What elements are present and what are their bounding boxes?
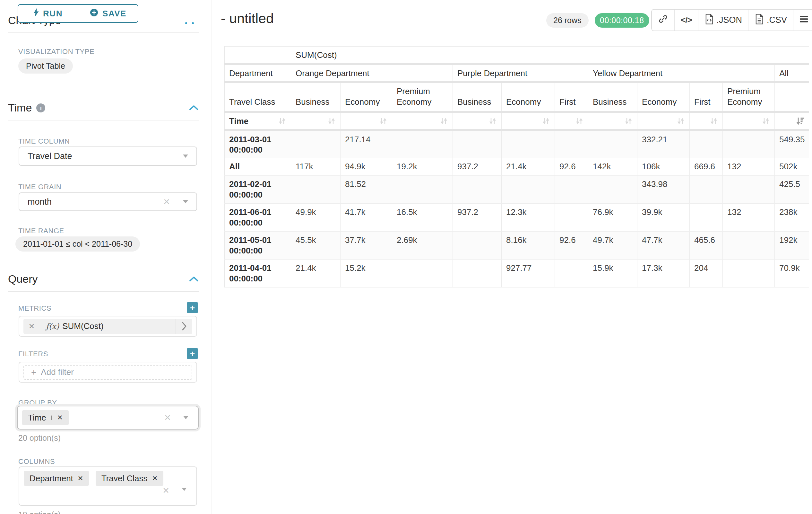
plus-circle-icon: [90, 8, 98, 19]
columns-label: COLUMNS: [18, 457, 55, 466]
sort-header-cell[interactable]: [392, 112, 453, 130]
sort-icon[interactable]: [541, 116, 551, 126]
group-by-select[interactable]: Time i ✕ ✕: [17, 406, 199, 430]
value-cell: 92.6: [555, 158, 588, 176]
sort-icon[interactable]: [761, 116, 771, 126]
columns-select[interactable]: Department ✕ Travel Class ✕ ✕: [19, 466, 197, 506]
remove-chip-icon[interactable]: ✕: [57, 414, 63, 422]
chevron-up-icon[interactable]: [189, 105, 199, 112]
clear-icon[interactable]: ✕: [163, 197, 170, 207]
csv-file-icon: [755, 14, 764, 27]
remove-metric-icon[interactable]: ✕: [23, 319, 40, 334]
panel-gutter: [211, 0, 211, 514]
time-grain-select[interactable]: month ✕: [19, 192, 197, 211]
remove-chip-icon[interactable]: ✕: [152, 475, 157, 482]
function-icon: ƒ(x): [46, 322, 59, 331]
sort-desc-icon[interactable]: [795, 116, 805, 126]
value-cell: [453, 260, 502, 288]
info-icon: i: [51, 413, 53, 422]
add-metric-button[interactable]: +: [187, 302, 198, 313]
save-button[interactable]: SAVE: [78, 5, 138, 22]
run-button[interactable]: RUN: [18, 5, 78, 22]
value-cell: 15.2k: [341, 260, 392, 288]
sort-header-cell[interactable]: [775, 112, 809, 130]
section-divider: [8, 32, 199, 33]
sort-icon[interactable]: [624, 116, 633, 126]
value-cell: 37.7k: [341, 232, 392, 260]
sort-header-cell[interactable]: [723, 112, 775, 130]
json-file-icon: [704, 14, 714, 27]
value-cell: [723, 232, 775, 260]
info-icon: i: [36, 104, 45, 112]
value-cell: 45.5k: [291, 232, 341, 260]
group-by-chip[interactable]: Time i ✕: [22, 410, 69, 425]
columns-chip[interactable]: Department ✕: [24, 471, 89, 486]
sort-header-cell[interactable]: [502, 112, 555, 130]
chart-title[interactable]: - untitled: [221, 10, 274, 26]
sort-header-cell[interactable]: [690, 112, 723, 130]
metric-item[interactable]: ✕ ƒ(x) SUM(Cost): [23, 319, 192, 334]
time-column-select[interactable]: Travel Date: [19, 146, 197, 166]
sort-icon[interactable]: [378, 116, 388, 126]
value-cell: [555, 204, 588, 232]
visualization-type-pill[interactable]: Pivot Table: [18, 58, 73, 74]
clear-icon[interactable]: ✕: [163, 486, 170, 496]
value-cell: [291, 130, 341, 158]
value-cell: 238k: [775, 204, 809, 232]
row-label-cell: 2011-05-01 00:00:00: [225, 232, 291, 260]
view-query-button[interactable]: </>: [674, 10, 698, 30]
export-csv-button[interactable]: .CSV: [748, 10, 793, 30]
pivot-table: SUM(Cost) DepartmentOrange DepartmentPur…: [224, 46, 809, 288]
columns-chip[interactable]: Travel Class ✕: [96, 471, 163, 486]
value-cell: [588, 176, 637, 204]
add-filter-dropzone[interactable]: + Add filter: [23, 365, 192, 380]
value-cell: 47.7k: [637, 232, 690, 260]
sort-header-cell[interactable]: [637, 112, 690, 130]
value-cell: 927.77: [502, 260, 555, 288]
value-cell: [392, 130, 453, 158]
menu-button[interactable]: [793, 10, 812, 30]
value-cell: [690, 176, 723, 204]
share-link-button[interactable]: [652, 10, 674, 30]
sort-header-cell[interactable]: Time: [225, 112, 291, 130]
value-cell: 49.9k: [291, 204, 341, 232]
column-header-cell: [775, 82, 809, 112]
row-count-badge: 26 rows: [546, 13, 589, 28]
time-section-header: Time i: [8, 102, 45, 114]
sort-icon[interactable]: [327, 116, 336, 126]
time-range-pill[interactable]: 2011-01-01 ≤ col < 2011-06-30: [16, 237, 140, 251]
sort-header-cell[interactable]: [588, 112, 637, 130]
code-icon: </>: [681, 15, 692, 25]
sort-icon[interactable]: [575, 116, 584, 126]
sort-icon[interactable]: [676, 116, 686, 126]
chevron-down-icon: [183, 155, 188, 158]
sort-header-cell[interactable]: [555, 112, 588, 130]
sort-header-cell[interactable]: [291, 112, 341, 130]
clear-icon[interactable]: ✕: [164, 413, 171, 423]
sort-icon[interactable]: [488, 116, 497, 126]
lightning-bolt-icon: [33, 8, 39, 19]
chevron-up-icon[interactable]: [189, 276, 199, 283]
chevron-down-icon: [183, 416, 188, 419]
corner-cell: [225, 47, 291, 64]
sort-header-cell[interactable]: [341, 112, 392, 130]
value-cell: 21.4k: [502, 158, 555, 176]
sort-icon[interactable]: [709, 116, 719, 126]
sort-icon[interactable]: [277, 116, 287, 126]
panel-grip-dot: [192, 22, 194, 24]
export-json-button[interactable]: .JSON: [698, 10, 749, 30]
sort-header-cell[interactable]: [453, 112, 502, 130]
value-cell: 17.3k: [637, 260, 690, 288]
sort-icon[interactable]: [439, 116, 449, 126]
value-cell: [723, 176, 775, 204]
chevron-down-icon: [182, 488, 187, 491]
chevron-right-icon[interactable]: [176, 319, 192, 334]
remove-chip-icon[interactable]: ✕: [78, 475, 83, 482]
value-cell: 41.7k: [341, 204, 392, 232]
value-cell: [555, 176, 588, 204]
value-cell: 15.9k: [588, 260, 637, 288]
value-cell: 8.16k: [502, 232, 555, 260]
add-filter-button[interactable]: +: [187, 348, 198, 359]
value-cell: 70.9k: [775, 260, 809, 288]
value-cell: 76.9k: [588, 204, 637, 232]
